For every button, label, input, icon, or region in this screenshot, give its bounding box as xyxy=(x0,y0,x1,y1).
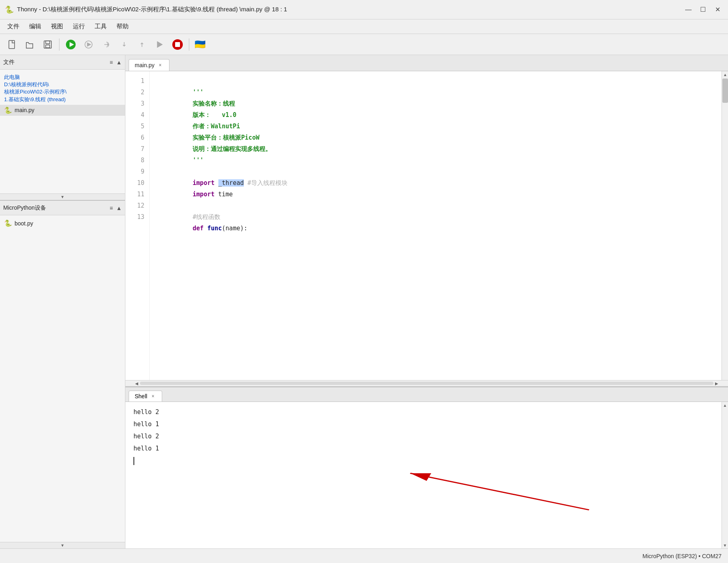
new-file-button[interactable] xyxy=(4,36,20,53)
close-button[interactable]: ✕ xyxy=(712,4,723,15)
toolbar-separator-1 xyxy=(59,38,59,51)
h-scroll-right[interactable]: ▶ xyxy=(713,381,720,386)
shell-line-1: hello 2 xyxy=(133,406,713,418)
menu-view[interactable]: 视图 xyxy=(47,21,67,32)
device-file-icon-boot: 🐍 xyxy=(4,219,12,227)
file-path-text: 此电脑D:\核桃派例程代码\核桃派PicoW\02-示例程序\1.基础实验\9.… xyxy=(4,74,67,102)
code-token-9c: _thread xyxy=(218,179,244,187)
code-content[interactable]: ''' 实验名称：线程 版本： v1.0 作者：WalnutPi 实验平台：核桃… xyxy=(150,71,722,380)
code-line-13: def func(name): xyxy=(156,211,715,223)
title-bar: 🐍 Thonny - D:\核桃派例程代码\核桃派PicoW\02-示例程序\1… xyxy=(0,0,728,19)
device-section-menu-icon[interactable]: ≡ xyxy=(110,205,113,211)
file-section-scroll-down[interactable]: ▼ xyxy=(0,193,125,200)
shell-scrollbar[interactable]: ▲ ▼ xyxy=(722,402,728,548)
code-line-4: 作者：WalnutPi xyxy=(156,109,715,121)
code-token-13d: (name): xyxy=(222,225,248,232)
main-area: 文件 ≡ ▲ 此电脑D:\核桃派例程代码\核桃派PicoW\02-示例程序\1.… xyxy=(0,55,728,548)
line-num-7: 7 xyxy=(125,143,149,155)
editor-tab-close[interactable]: × xyxy=(157,62,163,68)
editor-scrollbar[interactable]: ▲ xyxy=(722,71,728,380)
shell-cursor xyxy=(133,457,134,465)
stop-button[interactable] xyxy=(169,36,186,53)
line-num-1: 1 xyxy=(125,75,149,87)
line-num-6: 6 xyxy=(125,132,149,143)
file-section-title: 文件 xyxy=(3,59,108,66)
editor-tab-main[interactable]: main.py × xyxy=(129,59,169,71)
h-scroll-left[interactable]: ◀ xyxy=(133,381,140,386)
svg-rect-10 xyxy=(175,42,180,47)
file-name-main: main.py xyxy=(15,107,34,113)
debug-button[interactable] xyxy=(80,36,97,53)
shell-output[interactable]: hello 2 hello 1 hello 2 hello 1 xyxy=(125,402,722,548)
tab-bar: main.py × xyxy=(125,55,728,71)
step-into-button[interactable] xyxy=(116,36,132,53)
shell-tab-bar: Shell × xyxy=(125,387,728,402)
svg-rect-0 xyxy=(9,40,15,49)
resume-button[interactable] xyxy=(152,36,168,53)
shell-scroll-arrow-down[interactable]: ▼ xyxy=(722,542,728,548)
code-line-8 xyxy=(156,155,715,166)
toolbar-separator-2 xyxy=(189,38,189,51)
menu-help[interactable]: 帮助 xyxy=(112,21,133,32)
file-section-content: 此电脑D:\核桃派例程代码\核桃派PicoW\02-示例程序\1.基础实验\9.… xyxy=(0,70,125,193)
title-bar-controls: — ☐ ✕ xyxy=(683,4,723,15)
svg-marker-8 xyxy=(157,42,162,47)
shell-cursor-line xyxy=(133,455,713,467)
code-token-2: 实验名称：线程 xyxy=(193,100,235,107)
shell-panel: Shell × hello 2 hello 1 hello 2 hello 1 xyxy=(125,387,728,548)
scrollbar-thumb[interactable] xyxy=(722,79,728,103)
app-icon: 🐍 xyxy=(5,5,14,14)
line-num-5: 5 xyxy=(125,121,149,132)
file-section-scroll-up-icon[interactable]: ▲ xyxy=(116,59,122,66)
step-over-button[interactable] xyxy=(98,36,114,53)
line-num-13: 13 xyxy=(125,211,149,223)
run-button[interactable] xyxy=(63,36,79,53)
menu-run[interactable]: 运行 xyxy=(69,21,89,32)
h-scroll-track[interactable] xyxy=(140,382,713,385)
code-token-10a: import xyxy=(193,191,214,198)
save-button[interactable] xyxy=(40,36,56,53)
maximize-button[interactable]: ☐ xyxy=(697,4,709,15)
shell-tab[interactable]: Shell × xyxy=(129,391,162,402)
device-file-name-boot: boot.py xyxy=(15,220,33,227)
svg-marker-7 xyxy=(87,43,91,46)
code-line-12: #线程函数 xyxy=(156,200,715,211)
code-token-4: 作者：WalnutPi xyxy=(193,123,240,130)
device-section-scroll-up-icon[interactable]: ▲ xyxy=(116,205,122,211)
shell-line-4: hello 1 xyxy=(133,442,713,455)
line-num-12: 12 xyxy=(125,200,149,211)
device-section: MicroPython设备 ≡ ▲ 🐍 boot.py ▼ xyxy=(0,201,125,548)
file-section-menu-icon[interactable]: ≡ xyxy=(110,59,113,66)
step-out-button[interactable] xyxy=(134,36,150,53)
flag-icon: 🇺🇦 xyxy=(193,39,207,50)
editor-area: main.py × 1 2 3 4 5 6 7 8 9 10 11 12 13 xyxy=(125,55,728,548)
code-token-13c: func xyxy=(207,225,222,232)
device-section-content: 🐍 boot.py xyxy=(0,215,125,542)
file-section: 文件 ≡ ▲ 此电脑D:\核桃派例程代码\核桃派PicoW\02-示例程序\1.… xyxy=(0,55,125,201)
file-item-main[interactable]: 🐍 main.py xyxy=(0,105,125,116)
menu-tools[interactable]: 工具 xyxy=(91,21,111,32)
code-editor[interactable]: 1 2 3 4 5 6 7 8 9 10 11 12 13 ''' xyxy=(125,71,728,380)
shell-tab-close[interactable]: × xyxy=(150,393,156,399)
shell-scroll-arrow-up[interactable]: ▲ xyxy=(722,402,728,408)
line-num-4: 4 xyxy=(125,109,149,121)
code-token-5: 实验平台：核桃派PicoW xyxy=(193,134,259,141)
code-token-7: ''' xyxy=(193,157,203,164)
menu-edit[interactable]: 编辑 xyxy=(25,21,45,32)
open-file-button[interactable] xyxy=(22,36,38,53)
minimize-button[interactable]: — xyxy=(683,4,694,15)
code-token-6: 说明：通过编程实现多线程。 xyxy=(193,145,271,153)
svg-line-12 xyxy=(410,473,589,510)
h-scroll-bar[interactable]: ◀ ▶ xyxy=(125,380,728,387)
title-bar-text: Thonny - D:\核桃派例程代码\核桃派PicoW\02-示例程序\1.基… xyxy=(17,6,683,13)
device-section-scroll-down[interactable]: ▼ xyxy=(0,542,125,548)
device-file-item-boot[interactable]: 🐍 boot.py xyxy=(0,218,125,229)
scrollbar-arrow-up[interactable]: ▲ xyxy=(722,71,728,78)
code-token-13a: def xyxy=(193,225,203,232)
menu-file[interactable]: 文件 xyxy=(3,21,23,32)
sidebar: 文件 ≡ ▲ 此电脑D:\核桃派例程代码\核桃派PicoW\02-示例程序\1.… xyxy=(0,55,125,548)
code-line-9: import _thread #导入线程模块 xyxy=(156,166,715,177)
code-token-9a: import xyxy=(193,179,214,187)
code-token-9d xyxy=(244,179,248,187)
line-numbers: 1 2 3 4 5 6 7 8 9 10 11 12 13 xyxy=(125,71,150,380)
